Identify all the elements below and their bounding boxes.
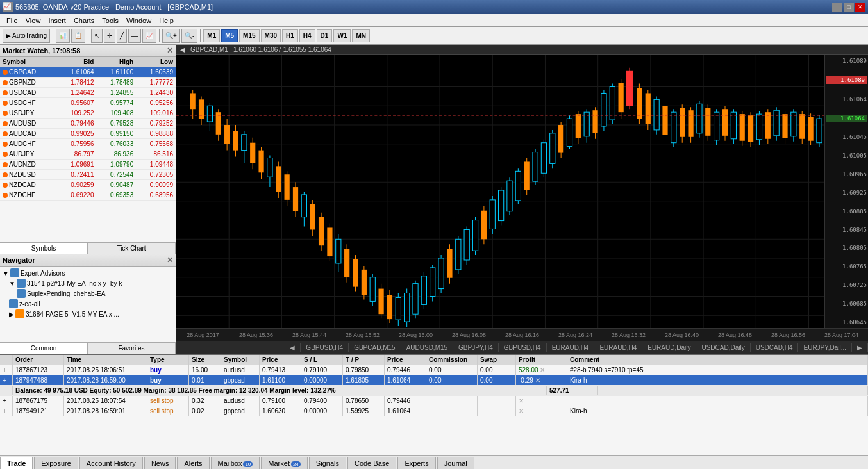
zoom-out-button[interactable]: 🔍- <box>181 29 197 43</box>
symbol-tab[interactable]: GBPUSD,H4 <box>499 343 547 352</box>
svg-rect-56 <box>319 217 324 246</box>
term-col-size: Size <box>189 355 221 365</box>
mw-tab-tickchart[interactable]: Tick Chart <box>88 243 176 254</box>
nav-item-ea-4[interactable]: ▶ 31684-PAGE 5 -V1.5-MY EA x ... <box>1 309 174 319</box>
menu-insert[interactable]: Insert <box>44 15 70 26</box>
title-bar: 📈 565605: OANDA-v20 Practice - Demo Acco… <box>0 0 868 14</box>
market-watch-row[interactable]: NZDCAD 0.90259 0.90487 0.90099 <box>0 180 176 190</box>
autotrading-icon: ▶ <box>6 32 11 39</box>
symbol-tab[interactable]: GBPUSD,H4 <box>301 343 349 352</box>
symbol-tab[interactable]: USDCAD,Daily <box>696 343 750 352</box>
market-watch-row[interactable]: USDJPY 109.252 109.408 109.016 <box>0 108 176 119</box>
restore-button[interactable]: □ <box>844 3 854 12</box>
new-chart-button[interactable]: 📊 <box>56 29 70 43</box>
market-watch-row[interactable]: AUDUSD 0.79446 0.79528 0.79252 <box>0 119 176 129</box>
time-label: 28 Aug 15:52 <box>336 332 389 338</box>
market-watch-row[interactable]: AUDCAD 0.99025 0.99150 0.98888 <box>0 129 176 139</box>
terminal-tab-market[interactable]: Market24 <box>261 457 308 469</box>
close-button[interactable]: ✕ <box>855 3 865 12</box>
symbol-tab[interactable]: GBPJPY,H4 <box>453 343 499 352</box>
market-watch-row[interactable]: USDCAD 1.24642 1.24855 1.24430 <box>0 88 176 98</box>
templates-button[interactable]: 📋 <box>71 29 85 43</box>
tf-m5-button[interactable]: M5 <box>221 29 238 42</box>
row5-close[interactable]: ✕ <box>519 407 524 415</box>
svg-rect-106 <box>533 152 538 182</box>
row4-curprice: 0.79446 <box>385 396 426 406</box>
row1-profit: 528.00 ✕ <box>516 365 567 375</box>
menu-tools[interactable]: Tools <box>98 15 122 26</box>
tf-m1-button[interactable]: M1 <box>203 29 220 42</box>
mw-col-bid: Bid <box>57 57 97 67</box>
cursor-button[interactable]: ↖ <box>91 29 103 43</box>
chart-header: ◀ GBPCAD,M1 1.61060 1.61067 1.61055 1.61… <box>176 45 868 55</box>
symbol-tab[interactable]: EURAUD,H4 <box>547 343 595 352</box>
market-watch-row[interactable]: AUDJPY 86.797 86.936 86.516 <box>0 149 176 160</box>
terminal-tab-trade[interactable]: Trade <box>0 457 33 469</box>
tf-d1-button[interactable]: D1 <box>317 29 333 42</box>
trendline-button[interactable]: 📈 <box>142 29 156 43</box>
market-watch-row[interactable]: NZDUSD 0.72411 0.72544 0.72305 <box>0 170 176 180</box>
symbol-tab[interactable]: EURAUD,H4 <box>594 343 642 352</box>
menu-file[interactable]: File <box>3 15 22 26</box>
autotrading-button[interactable]: ▶ AutoTrading <box>3 29 50 43</box>
chart-canvas[interactable]: 1.61089 1.61089 1.61064 1.61064 1.61045 … <box>176 55 868 328</box>
market-watch-row[interactable]: GBPNZD 1.78412 1.78489 1.77772 <box>0 78 176 88</box>
tf-m30-button[interactable]: M30 <box>261 29 281 42</box>
terminal-tab-journal[interactable]: Journal <box>437 457 474 469</box>
terminal-tab-signals[interactable]: Signals <box>309 457 346 469</box>
sym-tab-next[interactable]: ▶ <box>852 343 868 352</box>
symbol-tab[interactable]: GBPCAD,M15 <box>349 343 401 352</box>
tf-m15-button[interactable]: M15 <box>239 29 259 42</box>
terminal-tab-news[interactable]: News <box>144 457 176 469</box>
tf-h4-button[interactable]: H4 <box>299 29 315 42</box>
nav-item-ea-1[interactable]: ▼ 31541-p2#13-My EA -no x y- by k <box>1 278 174 288</box>
nav-item-ea-2[interactable]: SuplexPending_chehab-EA <box>1 288 174 299</box>
price-6: 1.60925 <box>826 190 867 196</box>
crosshair-button[interactable]: ✛ <box>104 29 115 43</box>
zoom-in-button[interactable]: 🔍+ <box>162 29 180 43</box>
row1-close[interactable]: ✕ <box>540 366 545 374</box>
menu-window[interactable]: Window <box>122 15 155 26</box>
terminal-tab-account-history[interactable]: Account History <box>79 457 143 469</box>
row4-swap <box>478 396 516 406</box>
row1-symbol: audusd <box>221 365 260 375</box>
terminal-tab-alerts[interactable]: Alerts <box>177 457 209 469</box>
row2-close[interactable]: ✕ <box>535 377 540 384</box>
terminal-tab-exposure[interactable]: Exposure <box>34 457 78 469</box>
symbol-tab[interactable]: EURAUD,Daily <box>642 343 696 352</box>
tf-mn-button[interactable]: MN <box>352 29 370 42</box>
menu-charts[interactable]: Charts <box>70 15 98 26</box>
menu-help[interactable]: Help <box>155 15 178 26</box>
time-label: 28 Aug 16:56 <box>762 332 815 338</box>
navigator-close[interactable]: ✕ <box>167 256 173 265</box>
symbol-tabs: ◀GBPUSD,H4GBPCAD,M15AUDUSD,M15GBPJPY,H4G… <box>176 341 868 354</box>
market-watch-row[interactable]: NZDCHF 0.69220 0.69353 0.68956 <box>0 190 176 201</box>
market-watch-close[interactable]: ✕ <box>167 46 173 55</box>
nav-tab-favorites[interactable]: Favorites <box>88 343 176 354</box>
tf-w1-button[interactable]: W1 <box>333 29 351 42</box>
line-button[interactable]: ╱ <box>117 29 127 43</box>
nav-tab-common[interactable]: Common <box>0 343 88 354</box>
toolbar-sep-4 <box>200 29 201 42</box>
terminal-tab-experts[interactable]: Experts <box>397 457 435 469</box>
symbol-tab[interactable]: EURJPY,Dail... <box>798 343 852 352</box>
market-watch-row[interactable]: AUDCHF 0.75956 0.76033 0.75568 <box>0 139 176 149</box>
symbol-tab[interactable]: AUDUSD,M15 <box>401 343 453 352</box>
market-watch-row[interactable]: USDCHF 0.95607 0.95774 0.95256 <box>0 98 176 108</box>
nav-item-ea-3[interactable]: z-ea-all <box>1 299 174 309</box>
nav-item-ea-folder[interactable]: ▼ Expert Advisors <box>1 268 174 278</box>
row4-close[interactable]: ✕ <box>519 397 524 404</box>
minimize-button[interactable]: _ <box>832 3 842 12</box>
sym-tab-prev[interactable]: ◀ <box>285 343 301 352</box>
content-area: Market Watch, 17:08:58 ✕ Symbol Bid High… <box>0 45 868 354</box>
symbol-tab[interactable]: USDCAD,H4 <box>751 343 799 352</box>
window-title: 565605: OANDA-v20 Practice - Demo Accoun… <box>15 3 832 11</box>
terminal-tab-mailbox[interactable]: Mailbox10 <box>211 457 260 469</box>
tf-h1-button[interactable]: H1 <box>282 29 298 42</box>
mw-tab-symbols[interactable]: Symbols <box>0 243 88 254</box>
menu-view[interactable]: View <box>22 15 45 26</box>
market-watch-row[interactable]: GBPCAD 1.61064 1.61100 1.60639 <box>0 67 176 78</box>
market-watch-row[interactable]: AUDNZD 1.09691 1.09790 1.09448 <box>0 160 176 170</box>
terminal-tab-code-base[interactable]: Code Base <box>347 457 396 469</box>
hline-button[interactable]: — <box>128 29 141 43</box>
